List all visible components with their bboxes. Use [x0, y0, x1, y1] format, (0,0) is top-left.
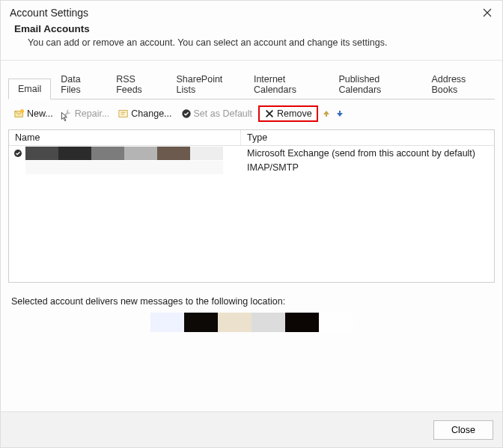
redacted-swatch [58, 147, 91, 160]
wrench-icon [62, 108, 73, 119]
new-label: New... [27, 108, 53, 119]
dialog-title: Account Settings [10, 7, 88, 19]
list-header: Name Type [9, 130, 494, 146]
tab-published-calendars[interactable]: Published Calendars [329, 69, 421, 99]
redacted-swatch [218, 313, 252, 332]
change-button[interactable]: Change... [115, 107, 174, 120]
redacted-swatch [252, 313, 285, 332]
remove-x-icon [264, 108, 275, 119]
arrow-down-icon [335, 109, 344, 118]
redacted-swatch [190, 147, 223, 160]
location-path-redacted [8, 313, 495, 332]
close-button[interactable]: Close [433, 420, 493, 440]
change-icon [118, 108, 129, 119]
mail-new-icon [14, 108, 25, 119]
col-type-header[interactable]: Type [241, 130, 494, 145]
check-circle-icon [181, 108, 192, 119]
remove-label: Remove [277, 108, 312, 119]
default-check-icon [13, 149, 22, 158]
close-icon[interactable] [481, 7, 493, 19]
tab-bar: EmailData FilesRSS FeedsSharePoint Lists… [8, 68, 495, 99]
tab-data-files[interactable]: Data Files [51, 69, 106, 99]
set-default-label: Set as Default [194, 108, 253, 119]
table-row[interactable]: Microsoft Exchange (send from this accou… [9, 146, 494, 160]
repair-label: Repair... [75, 108, 110, 119]
table-row[interactable]: IMAP/SMTP [9, 160, 494, 174]
redacted-swatch [150, 313, 184, 332]
toolbar: New... Repair... Change... Set as Defaul… [8, 99, 495, 129]
svg-rect-2 [119, 111, 127, 117]
redacted-swatch [124, 147, 157, 160]
titlebar: Account Settings [1, 1, 502, 20]
tab-address-books[interactable]: Address Books [421, 69, 495, 99]
tab-internet-calendars[interactable]: Internet Calendars [244, 69, 329, 99]
tab-email[interactable]: Email [8, 79, 51, 99]
move-down-button[interactable] [335, 108, 345, 119]
col-name-header[interactable]: Name [9, 130, 241, 145]
remove-button[interactable]: Remove [258, 105, 318, 122]
redacted-swatch [319, 313, 353, 332]
redacted-swatch [25, 147, 58, 160]
subheader: Email Accounts You can add or remove an … [1, 20, 502, 55]
redacted-swatch [285, 313, 319, 332]
description: You can add or remove an account. You ca… [14, 37, 489, 48]
change-label: Change... [131, 108, 171, 119]
move-up-button[interactable] [321, 108, 332, 119]
redacted-swatch [25, 161, 223, 174]
tab-sharepoint-lists[interactable]: SharePoint Lists [166, 69, 243, 99]
svg-point-1 [20, 109, 24, 113]
new-button[interactable]: New... [11, 107, 56, 120]
tab-rss-feeds[interactable]: RSS Feeds [106, 69, 166, 99]
row-type: Microsoft Exchange (send from this accou… [241, 148, 494, 159]
subtitle: Email Accounts [14, 23, 489, 34]
row-type: IMAP/SMTP [241, 162, 494, 173]
accounts-list: Name Type Microsoft Exchange (send from … [8, 129, 495, 283]
location-label: Selected account delivers new messages t… [8, 283, 495, 313]
redacted-swatch [91, 147, 124, 160]
set-default-button: Set as Default [178, 107, 256, 120]
divider [1, 60, 502, 61]
account-settings-dialog: Account Settings Email Accounts You can … [0, 0, 503, 448]
repair-button: Repair... [59, 107, 113, 120]
redacted-swatch [184, 313, 218, 332]
footer: Close [1, 411, 502, 447]
arrow-up-icon [322, 109, 331, 118]
redacted-swatch [157, 147, 190, 160]
